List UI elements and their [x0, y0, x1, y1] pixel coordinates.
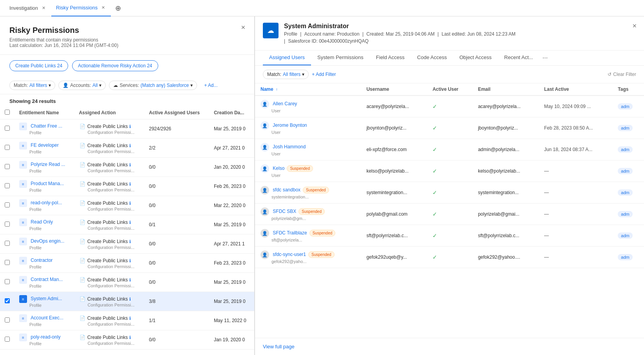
table-row[interactable]: ≡ Chatter Free ... Profile 📄 Create Publ… [0, 119, 254, 139]
user-name: Allen Carey [273, 101, 297, 106]
user-username-cell: acarey@polyrizela... [361, 96, 427, 117]
col-assigned-action: Assigned Action [74, 106, 144, 119]
list-item[interactable]: 👤 Jerome Boynton User jboynton@polyriz..… [255, 117, 644, 139]
user-name: sfdc-sync-user1 [273, 252, 306, 257]
remove-risky-action-button[interactable]: Actionable Remove Risky Action 24 [72, 60, 158, 71]
user-last-active-cell: — [539, 225, 612, 247]
list-item[interactable]: 👤 SFDC SBXSuspended polyrizelab@gm... po… [255, 204, 644, 225]
row-checkbox[interactable] [5, 183, 10, 188]
user-name-cell: 👤 Allen Carey User [255, 96, 361, 117]
add-filter-label: + Ad... [204, 83, 217, 88]
entitlement-name: System Admi... [31, 296, 62, 301]
accounts-filter-chip[interactable]: 👤 Accounts: All ▾ [58, 81, 106, 90]
tab-object-access[interactable]: Object Access [453, 50, 498, 65]
profile-icon: ≡ [19, 295, 27, 303]
rp-add-filter-button[interactable]: + Add Filter [312, 72, 336, 77]
users-cell: 0/0 [144, 273, 209, 292]
user-tags-cell: adm [612, 225, 644, 247]
active-check-icon: ✓ [432, 189, 437, 196]
row-checkbox[interactable] [5, 260, 10, 265]
rp-header: ☁ System Administrator Profile | Account… [255, 16, 644, 50]
entitlement-name-cell: ≡ Polyrize Read ... Profile [14, 158, 74, 177]
rp-title: System Administrator [284, 23, 517, 30]
list-item[interactable]: 👤 KelsoSuspended User kelso@polyrizelab.… [255, 160, 644, 182]
creation-date-cell: Jan 20, 2020 0 [209, 158, 254, 177]
row-checkbox[interactable] [5, 298, 10, 303]
entitlement-name-cell: ≡ Read Only Profile [14, 215, 74, 234]
view-full-page-link[interactable]: View full page [255, 338, 644, 355]
row-checkbox[interactable] [5, 279, 10, 284]
rp-match-chip[interactable]: Match: All filters ▾ [263, 70, 309, 79]
services-filter-chip[interactable]: ☁ Services: (Match any) Salesforce ▾ [109, 81, 197, 90]
active-check-icon: ✓ [432, 254, 437, 260]
active-check-icon: ✓ [432, 168, 437, 174]
table-row[interactable]: ≡ System Admi... Profile 📄 Create Public… [0, 292, 254, 311]
row-checkbox[interactable] [5, 241, 10, 246]
services-label: Services: [119, 83, 139, 88]
row-checkbox[interactable] [5, 126, 10, 131]
tab-assigned-users[interactable]: Assigned Users [263, 50, 311, 65]
row-checkbox[interactable] [5, 337, 10, 342]
table-row[interactable]: ≡ Account Exec... Profile 📄 Create Publi… [0, 311, 254, 330]
new-tab-button[interactable]: ⊕ [112, 3, 123, 14]
suspended-badge: Suspended [308, 251, 335, 258]
list-item[interactable]: 👤 sfdc-sync-user1Suspended gefok292@yaho… [255, 247, 644, 268]
row-checkbox-cell [0, 177, 14, 196]
tab-system-permissions[interactable]: System Permissions [311, 50, 370, 65]
user-active-cell: ✓ [427, 139, 472, 160]
select-all-checkbox[interactable] [5, 110, 10, 115]
tab-risky-permissions-close[interactable]: ✕ [100, 5, 106, 11]
suspended-badge: Suspended [287, 165, 313, 172]
row-checkbox[interactable] [5, 202, 10, 207]
table-row[interactable]: ≡ read-only-pol... Profile 📄 Create Publ… [0, 196, 254, 215]
profile-icon: ≡ [19, 199, 27, 207]
user-role: systemintegration... [260, 195, 355, 199]
action-cell: 📄 Create Public Links ℹ Configuration Pe… [74, 119, 144, 139]
panel-close-button[interactable]: ✕ [239, 23, 248, 32]
list-item[interactable]: 👤 SFDC TrailblazeSuspended sft@polyrizel… [255, 225, 644, 247]
table-row[interactable]: ≡ Contract Man... Profile 📄 Create Publi… [0, 273, 254, 292]
table-row[interactable]: ≡ FE developer Profile 📄 Create Public L… [0, 139, 254, 158]
row-checkbox[interactable] [5, 222, 10, 227]
row-checkbox[interactable] [5, 145, 10, 150]
add-filter-button[interactable]: + Ad... [200, 81, 221, 90]
tab-code-access[interactable]: Code Access [411, 50, 453, 65]
list-item[interactable]: 👤 Josh Hammond User eli-xpfz@force.com ✓… [255, 139, 644, 160]
row-checkbox-cell [0, 119, 14, 139]
doc-icon: 📄 [79, 200, 86, 207]
more-tabs-button[interactable]: ··· [539, 50, 551, 65]
row-checkbox[interactable] [5, 164, 10, 169]
rp-meta-edited: Last edited: Jun 08, 2024 12:23 AM [441, 31, 516, 37]
row-checkbox-cell [0, 330, 14, 350]
entitlements-table-container: Entitlement Name Assigned Action Active … [0, 106, 254, 355]
table-row[interactable]: ≡ Read Only Profile 📄 Create Public Link… [0, 215, 254, 234]
doc-icon: 📄 [79, 276, 86, 283]
user-name: Josh Hammond [273, 144, 306, 150]
tab-investigation-close[interactable]: ✕ [40, 5, 47, 11]
rp-clear-filter-button[interactable]: ↺ Clear Filter [608, 72, 636, 77]
user-last-active-cell: Jun 18, 2024 08:37 A... [539, 139, 612, 160]
row-checkbox[interactable] [5, 317, 10, 323]
tab-investigation[interactable]: Investigation ✕ [5, 0, 51, 16]
table-row[interactable]: ≡ Polyrize Read ... Profile 📄 Create Pub… [0, 158, 254, 177]
list-item[interactable]: 👤 sfdc sandboxSuspended systemintegratio… [255, 182, 644, 204]
user-email-cell: jboynton@polyriz... [472, 117, 539, 139]
match-filter-chip[interactable]: Match: All filters ▾ [9, 81, 55, 90]
tab-recent-act[interactable]: Recent Act... [498, 50, 539, 65]
table-row[interactable]: ≡ Contractor Profile 📄 Create Public Lin… [0, 254, 254, 273]
action-name: Create Public Links ℹ [87, 124, 131, 129]
tab-risky-permissions[interactable]: Risky Permissions ✕ [51, 0, 111, 16]
user-last-active-cell: Feb 28, 2023 08:50 A... [539, 117, 612, 139]
table-row[interactable]: ≡ Product Mana... Profile 📄 Create Publi… [0, 177, 254, 196]
create-public-links-button[interactable]: Create Public Links 24 [9, 60, 68, 71]
action-cell: 📄 Create Public Links ℹ Configuration Pe… [74, 196, 144, 215]
action-cell: 📄 Create Public Links ℹ Configuration Pe… [74, 273, 144, 292]
table-row[interactable]: ≡ DevOps engin... Profile 📄 Create Publi… [0, 234, 254, 254]
entitlement-type: Profile [19, 322, 69, 327]
list-item[interactable]: 👤 Allen Carey User acarey@polyrizela... … [255, 96, 644, 117]
user-last-active-cell: — [539, 247, 612, 268]
table-row[interactable]: ≡ poly-read-only Profile 📄 Create Public… [0, 330, 254, 350]
tab-field-access[interactable]: Field Access [370, 50, 411, 65]
creation-date-cell: Mar 22, 2020 0 [209, 196, 254, 215]
rp-close-button[interactable]: ✕ [630, 21, 639, 31]
